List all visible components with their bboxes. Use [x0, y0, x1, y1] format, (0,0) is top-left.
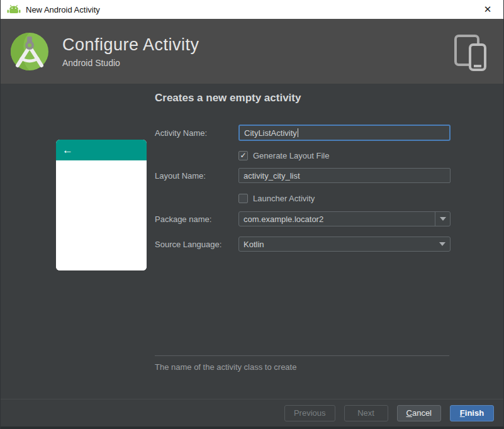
close-icon: ✕ — [484, 4, 492, 15]
cancel-button[interactable]: Cancel — [397, 405, 441, 421]
section-heading: Creates a new empty activity — [155, 92, 301, 104]
source-language-dropdown-button[interactable] — [435, 237, 450, 251]
wizard-header: Configure Activity Android Studio — [1, 19, 503, 84]
package-name-dropdown-button[interactable] — [435, 212, 450, 226]
wizard-subtitle: Android Studio — [62, 58, 199, 68]
launcher-activity-row: Launcher Activity — [155, 192, 451, 204]
header-titles: Configure Activity Android Studio — [62, 35, 199, 68]
activity-name-value: CityListActivity — [244, 128, 297, 138]
package-name-label: Package name: — [155, 214, 238, 224]
activity-name-input[interactable]: CityListActivity — [238, 125, 451, 141]
titlebar: New Android Activity ✕ — [1, 0, 503, 19]
wizard-content: Creates a new empty activity ← Activity … — [1, 84, 503, 399]
finish-mnemonic: F — [460, 408, 465, 418]
source-language-row: Source Language: Kotlin — [155, 237, 451, 252]
launcher-activity-label[interactable]: Launcher Activity — [253, 194, 315, 203]
preview-body — [56, 160, 147, 270]
activity-preview: ← — [56, 140, 147, 270]
preview-appbar: ← — [56, 140, 147, 160]
dropdown-arrow-icon — [440, 217, 446, 221]
activity-name-row: Activity Name: CityListActivity — [155, 124, 451, 142]
generate-layout-row: ✓ Generate Layout File — [155, 149, 451, 162]
hint-separator — [155, 355, 449, 356]
next-button[interactable]: Next — [344, 405, 388, 421]
wizard-title: Configure Activity — [62, 35, 199, 55]
android-studio-logo — [9, 31, 50, 72]
source-language-value: Kotlin — [244, 240, 264, 249]
layout-name-label: Layout Name: — [155, 171, 238, 181]
layout-name-input[interactable]: activity_city_list — [238, 168, 451, 183]
package-name-row: Package name: com.example.locator2 — [155, 211, 451, 226]
package-name-combobox[interactable]: com.example.locator2 — [238, 211, 451, 226]
source-language-label: Source Language: — [155, 240, 238, 249]
window-bottom-edge — [1, 426, 503, 429]
source-language-combobox[interactable]: Kotlin — [238, 237, 451, 252]
cancel-label-rest: ancel — [412, 408, 432, 418]
cancel-mnemonic: C — [406, 408, 412, 418]
window-title: New Android Activity — [26, 5, 100, 14]
phone-tablet-icon — [453, 31, 490, 72]
back-arrow-icon: ← — [62, 145, 73, 155]
launcher-activity-checkbox[interactable] — [238, 194, 248, 203]
close-button[interactable]: ✕ — [478, 0, 497, 19]
field-hint: The name of the activity class to create — [155, 362, 296, 372]
activity-name-label: Activity Name: — [155, 128, 238, 138]
dialog-buttonbar: Previous Next Cancel Finish — [1, 399, 503, 426]
new-android-activity-dialog: New Android Activity ✕ Configure Activit… — [0, 0, 504, 429]
android-icon — [7, 4, 21, 14]
generate-layout-checkbox[interactable]: ✓ — [238, 151, 248, 160]
text-caret — [298, 128, 298, 137]
dropdown-arrow-icon — [439, 242, 445, 246]
layout-name-row: Layout Name: activity_city_list — [155, 168, 451, 183]
package-name-value: com.example.locator2 — [244, 214, 323, 224]
previous-button[interactable]: Previous — [284, 405, 335, 421]
layout-name-value: activity_city_list — [244, 171, 300, 181]
generate-layout-label[interactable]: Generate Layout File — [253, 151, 329, 160]
checkmark-icon: ✓ — [240, 152, 246, 159]
finish-label-rest: inish — [465, 408, 484, 418]
finish-button[interactable]: Finish — [450, 405, 494, 421]
